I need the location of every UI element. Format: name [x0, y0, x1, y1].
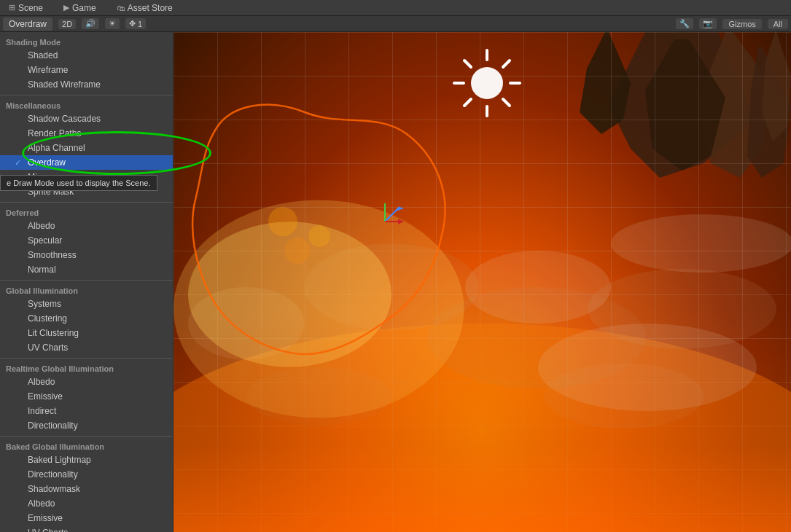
menu-item-bgi-directionality[interactable]: Directionality	[0, 467, 173, 482]
menu-item-rgi-directionality[interactable]: Directionality	[0, 418, 173, 433]
check-d-albedo	[15, 222, 25, 230]
mipmaps-label: Mipmaps	[28, 172, 63, 182]
menu-item-bgi-emissive[interactable]: Emissive	[0, 511, 173, 525]
rgi-directionality-label: Directionality	[28, 420, 78, 431]
menu-item-gi-uv-charts[interactable]: UV Charts	[0, 340, 173, 355]
tab-game-label: Game	[72, 3, 96, 13]
menu-item-sprite-mask[interactable]: Sprite Mask	[0, 184, 173, 199]
sound-button[interactable]: 🔊	[82, 18, 99, 29]
menu-item-mipmaps[interactable]: Mipmaps	[0, 170, 173, 184]
check-shaded-wireframe	[15, 80, 25, 89]
2d-label: 2D	[62, 20, 72, 28]
gizmos-button[interactable]: Gizmos	[722, 19, 761, 29]
menu-item-render-paths[interactable]: Render Paths	[0, 126, 173, 141]
check-overdraw: ✓	[15, 158, 25, 168]
check-smoothness	[15, 251, 25, 259]
check-shadowmask	[15, 485, 25, 493]
light-icon: ☀	[109, 19, 116, 28]
shadow-cascades-label: Shadow Cascades	[28, 114, 101, 124]
svg-point-15	[268, 207, 297, 236]
check-rgi-emissive	[15, 392, 25, 401]
tab-asset-store[interactable]: 🛍 Asset Store	[112, 1, 177, 15]
tab-game[interactable]: ▶ Game	[59, 1, 101, 15]
game-icon: ▶	[63, 3, 69, 12]
move-icon: ✥	[129, 19, 136, 28]
menu-item-deferred-albedo[interactable]: Albedo	[0, 219, 173, 233]
check-systems	[15, 300, 25, 308]
check-indirect	[15, 407, 25, 415]
divider-5	[0, 436, 173, 437]
check-clustering	[15, 314, 25, 323]
menu-item-alpha-channel[interactable]: Alpha Channel	[0, 141, 173, 155]
wireframe-label: Wireframe	[28, 65, 68, 75]
divider-2	[0, 202, 173, 203]
shadowmask-label: Shadowmask	[28, 484, 80, 494]
scene-view[interactable]	[174, 32, 791, 532]
menu-item-bgi-uv-charts[interactable]: UV Charts	[0, 525, 173, 532]
menu-item-baked-lightmap[interactable]: Baked Lightmap	[0, 453, 173, 467]
shaded-wireframe-label: Shaded Wireframe	[28, 79, 101, 90]
baked-gi-header: Baked Global Illumination	[0, 439, 173, 453]
all-button[interactable]: All	[768, 19, 788, 29]
menu-item-lit-clustering[interactable]: Lit Clustering	[0, 326, 173, 340]
menu-item-overdraw[interactable]: ✓ Overdraw	[0, 155, 173, 170]
check-bgi-dir	[15, 470, 25, 479]
shading-mode-header: Shading Mode	[0, 35, 173, 48]
menu-item-rgi-albedo[interactable]: Albedo	[0, 375, 173, 389]
menu-item-indirect[interactable]: Indirect	[0, 404, 173, 418]
draw-mode-button[interactable]: Overdraw	[3, 17, 52, 31]
menu-item-clustering[interactable]: Clustering	[0, 311, 173, 326]
camera-button[interactable]: 📷	[699, 18, 717, 29]
draw-mode-dropdown: Shading Mode Shaded Wireframe Shaded Wir…	[0, 32, 174, 532]
clustering-label: Clustering	[28, 313, 67, 324]
specular-label: Specular	[28, 235, 62, 246]
light-button[interactable]: ☀	[105, 18, 120, 29]
menu-item-rgi-emissive[interactable]: Emissive	[0, 389, 173, 404]
menu-item-systems[interactable]: Systems	[0, 297, 173, 311]
divider-4	[0, 358, 173, 359]
check-specular	[15, 236, 25, 245]
check-lit-clustering	[15, 329, 25, 337]
move-button[interactable]: ✥ 1	[125, 18, 146, 29]
check-bgi-uv	[15, 528, 25, 532]
svg-point-17	[284, 238, 311, 264]
normal-label: Normal	[28, 265, 56, 275]
lit-clustering-label: Lit Clustering	[28, 328, 79, 338]
check-baked-lightmap	[15, 455, 25, 464]
shaded-label: Shaded	[28, 50, 58, 60]
tab-scene-label: Scene	[18, 3, 43, 13]
menu-item-shadowmask[interactable]: Shadowmask	[0, 482, 173, 496]
main-content: Shading Mode Shaded Wireframe Shaded Wir…	[0, 32, 791, 532]
bgi-albedo-label: Albedo	[28, 498, 55, 509]
check-shadow	[15, 114, 25, 123]
check-rgi-dir	[15, 421, 25, 430]
check-sprite-mask	[15, 187, 25, 196]
scene-icon: ⊞	[9, 3, 15, 12]
tab-scene[interactable]: ⊞ Scene	[4, 1, 47, 15]
layer-count: 1	[138, 20, 142, 28]
divider-3	[0, 280, 173, 281]
gi-uv-charts-label: UV Charts	[28, 343, 68, 353]
check-bgi-emissive	[15, 514, 25, 523]
indirect-label: Indirect	[28, 406, 56, 416]
menu-item-shadow-cascades[interactable]: Shadow Cascades	[0, 112, 173, 126]
menu-item-shaded[interactable]: Shaded	[0, 48, 173, 63]
smoothness-label: Smoothness	[28, 250, 77, 260]
render-paths-label: Render Paths	[28, 128, 81, 138]
menu-item-bgi-albedo[interactable]: Albedo	[0, 496, 173, 511]
2d-button[interactable]: 2D	[58, 19, 76, 29]
check-rgi-albedo	[15, 378, 25, 386]
menu-item-smoothness[interactable]: Smoothness	[0, 248, 173, 262]
check-mipmaps	[15, 173, 25, 181]
divider-1	[0, 95, 173, 95]
top-bar: ⊞ Scene ▶ Game 🛍 Asset Store	[0, 0, 791, 16]
camera-icon: 📷	[703, 19, 713, 28]
menu-item-normal[interactable]: Normal	[0, 262, 173, 277]
menu-item-wireframe[interactable]: Wireframe	[0, 63, 173, 77]
check-shaded	[15, 51, 25, 60]
menu-item-shaded-wireframe[interactable]: Shaded Wireframe	[0, 77, 173, 92]
menu-item-specular[interactable]: Specular	[0, 233, 173, 248]
asset-store-icon: 🛍	[117, 4, 125, 12]
wrench-button[interactable]: 🔧	[676, 18, 693, 29]
realtime-gi-header: Realtime Global Illumination	[0, 361, 173, 375]
